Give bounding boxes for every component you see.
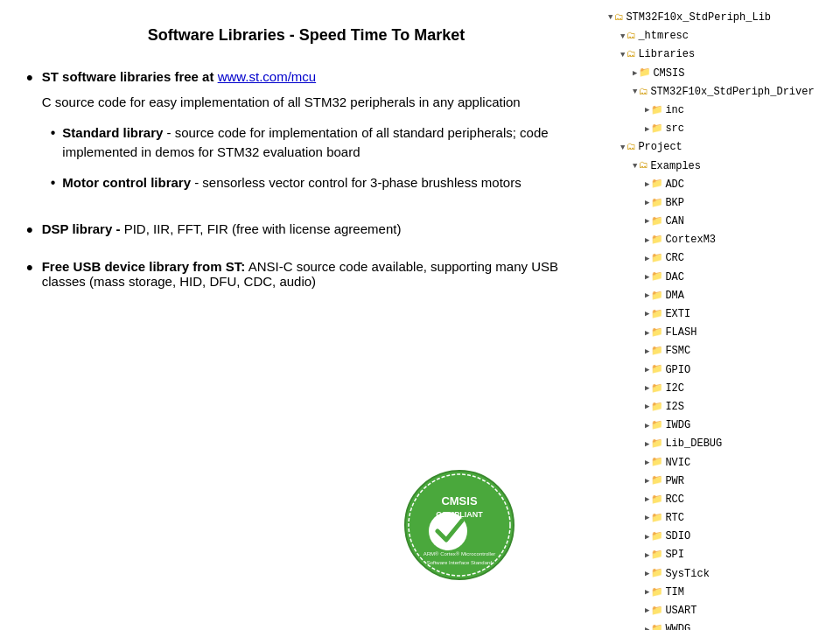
tree-item-label-8: Examples — [650, 158, 701, 175]
tree-item-label-25: PWR — [665, 473, 684, 490]
tree-item-32[interactable]: ▶📁USART — [608, 602, 836, 620]
tree-item-21[interactable]: ▶📁I2S — [608, 398, 836, 416]
tree-item-0[interactable]: ▼🗂STM32F10x_StdPeriph_Lib — [608, 9, 836, 27]
tree-item-9[interactable]: ▶📁ADC — [608, 176, 836, 194]
expand-icon-32: ▶ — [645, 605, 649, 617]
expand-icon-8: ▼ — [633, 160, 637, 172]
tree-item-13[interactable]: ▶📁CRC — [608, 249, 836, 268]
tree-item-6[interactable]: ▶📁src — [608, 120, 836, 138]
folder-icon-31: 📁 — [651, 585, 663, 601]
expand-icon-21: ▶ — [645, 401, 649, 413]
folder-icon-22: 📁 — [651, 418, 663, 434]
file-tree-sidebar: ▼🗂STM32F10x_StdPeriph_Lib▼🗂_htmresc▼🗂Lib… — [604, 0, 840, 630]
folder-icon-8: 🗂 — [639, 158, 648, 174]
tree-item-22[interactable]: ▶📁IWDG — [608, 416, 836, 435]
bullet2-text: PID, IIR, FFT, FIR (free with license ag… — [124, 221, 402, 236]
expand-icon-18: ▶ — [645, 346, 649, 358]
tree-item-label-0: STM32F10x_StdPeriph_Lib — [626, 10, 771, 26]
svg-text:ARM® Cortex® Microcontroller: ARM® Cortex® Microcontroller — [424, 551, 496, 556]
folder-icon-5: 📁 — [651, 103, 663, 119]
bullet1-link[interactable]: www.st.com/mcu — [218, 69, 317, 84]
tree-item-33[interactable]: ▶📁WWDG — [608, 620, 836, 630]
expand-icon-5: ▶ — [645, 104, 649, 116]
tree-item-label-19: GPIO — [665, 362, 690, 379]
tree-item-24[interactable]: ▶📁NVIC — [608, 454, 836, 472]
bullet-main-text-2: DSP library - PID, IIR, FFT, FIR (free w… — [42, 221, 586, 236]
tree-item-label-7: Project — [638, 139, 682, 156]
tree-item-20[interactable]: ▶📁I2C — [608, 380, 836, 398]
tree-item-18[interactable]: ▶📁FSMC — [608, 342, 836, 360]
expand-icon-13: ▶ — [645, 253, 649, 265]
tree-item-label-22: IWDG — [665, 417, 690, 434]
tree-item-label-18: FSMC — [665, 343, 690, 360]
cmsis-badge: CMSIS COMPLIANT ARM® Cortex® Microcontro… — [402, 468, 516, 582]
folder-icon-33: 📁 — [651, 622, 663, 630]
folder-icon-4: 🗂 — [639, 85, 648, 101]
expand-icon-24: ▶ — [645, 457, 649, 469]
bullet-content-3: Free USB device library from ST: ANSI-C … — [42, 259, 586, 289]
expand-icon-12: ▶ — [645, 234, 649, 247]
content-area: Software Libraries - Speed Time To Marke… — [0, 0, 604, 630]
bullet3-bold: Free USB device library from ST: — [42, 259, 246, 274]
tree-item-15[interactable]: ▶📁DMA — [608, 287, 836, 305]
tree-item-label-4: STM32F10x_StdPeriph_Driver — [650, 84, 814, 101]
tree-item-7[interactable]: ▼🗂Project — [608, 138, 836, 157]
inner-bullet-text-2: Motor control library - sensorless vecto… — [62, 173, 521, 193]
expand-icon-4: ▼ — [633, 86, 637, 98]
tree-item-1[interactable]: ▼🗂_htmresc — [608, 27, 836, 46]
tree-item-8[interactable]: ▼🗂Examples — [608, 158, 836, 176]
bullet-dot-1: • — [26, 66, 33, 89]
tree-item-label-31: TIM — [665, 584, 684, 601]
page-title: Software Libraries - Speed Time To Marke… — [26, 26, 586, 45]
tree-item-5[interactable]: ▶📁inc — [608, 102, 836, 120]
tree-item-19[interactable]: ▶📁GPIO — [608, 361, 836, 380]
tree-item-26[interactable]: ▶📁RCC — [608, 491, 836, 509]
tree-item-17[interactable]: ▶📁FLASH — [608, 324, 836, 342]
expand-icon-25: ▶ — [645, 475, 649, 487]
expand-icon-29: ▶ — [645, 550, 649, 562]
folder-icon-16: 📁 — [651, 307, 663, 323]
tree-item-25[interactable]: ▶📁PWR — [608, 472, 836, 491]
tree-item-11[interactable]: ▶📁CAN — [608, 213, 836, 231]
expand-icon-14: ▶ — [645, 271, 649, 284]
folder-icon-13: 📁 — [651, 251, 663, 267]
tree-item-12[interactable]: ▶📁CortexM3 — [608, 231, 836, 249]
folder-icon-6: 📁 — [651, 122, 663, 137]
expand-icon-22: ▶ — [645, 420, 649, 432]
expand-icon-9: ▶ — [645, 178, 649, 191]
tree-item-29[interactable]: ▶📁SPI — [608, 546, 836, 564]
tree-item-label-23: Lib_DEBUG — [665, 436, 722, 452]
folder-icon-3: 📁 — [639, 66, 651, 81]
tree-item-31[interactable]: ▶📁TIM — [608, 584, 836, 602]
tree-item-4[interactable]: ▼🗂STM32F10x_StdPeriph_Driver — [608, 83, 836, 102]
folder-icon-17: 📁 — [651, 326, 663, 341]
svg-text:CMSIS: CMSIS — [441, 494, 478, 508]
bullet1-bold: ST software libraries free at — [42, 69, 218, 84]
tree-item-label-33: WWDG — [665, 621, 690, 630]
folder-icon-20: 📁 — [651, 382, 663, 397]
tree-item-label-12: CortexM3 — [665, 232, 716, 248]
tree-item-label-13: CRC — [665, 250, 684, 267]
inner-text-2: - sensorless vector control for 3-phase … — [191, 175, 522, 190]
folder-icon-21: 📁 — [651, 400, 663, 416]
folder-icon-25: 📁 — [651, 473, 663, 489]
tree-item-27[interactable]: ▶📁RTC — [608, 509, 836, 528]
tree-item-16[interactable]: ▶📁EXTI — [608, 305, 836, 324]
tree-item-28[interactable]: ▶📁SDIO — [608, 528, 836, 546]
tree-item-3[interactable]: ▶📁CMSIS — [608, 65, 836, 83]
tree-item-label-2: Libraries — [638, 46, 695, 63]
tree-item-label-14: DAC — [665, 270, 684, 286]
inner-bullet-text-1: Standard library - source code for imple… — [62, 123, 586, 163]
inner-bullet-list-1: • Standard library - source code for imp… — [51, 123, 586, 193]
inner-bold-2: Motor control library — [62, 175, 191, 190]
bullet-content-2: DSP library - PID, IIR, FFT, FIR (free w… — [42, 221, 586, 236]
tree-item-30[interactable]: ▶📁SysTick — [608, 565, 836, 584]
tree-item-23[interactable]: ▶📁Lib_DEBUG — [608, 435, 836, 453]
folder-icon-29: 📁 — [651, 548, 663, 564]
tree-item-2[interactable]: ▼🗂Libraries — [608, 46, 836, 64]
inner-bold-1: Standard library — [62, 125, 163, 140]
folder-icon-10: 📁 — [651, 196, 663, 212]
tree-item-label-24: NVIC — [665, 455, 690, 472]
tree-item-10[interactable]: ▶📁BKP — [608, 194, 836, 213]
tree-item-14[interactable]: ▶📁DAC — [608, 269, 836, 287]
